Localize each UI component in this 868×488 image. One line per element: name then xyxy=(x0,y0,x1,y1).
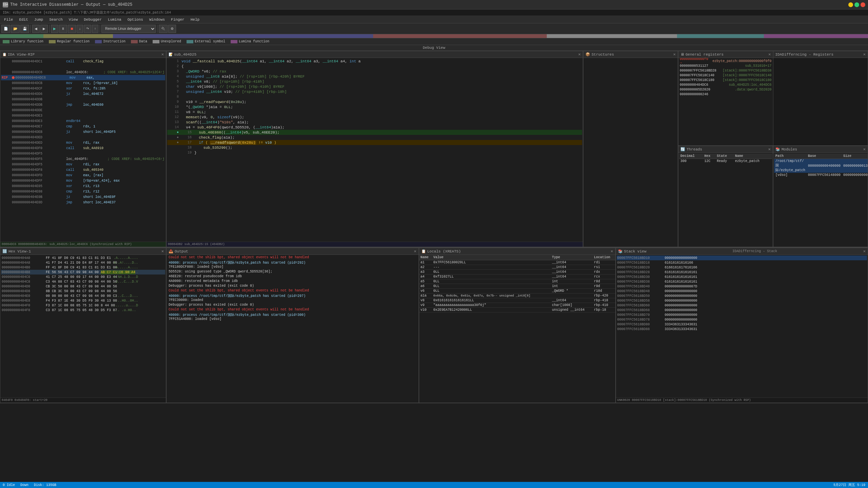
stack-row[interactable]: 00007FFC5618BD78 0000000000000000 xyxy=(617,317,867,322)
toolbar-settings[interactable]: ⚙ xyxy=(168,25,176,33)
stack-row[interactable]: 00007FFC5618BD18 61616161616166 xyxy=(617,260,867,265)
pseudo-line-5[interactable]: 5 __int64 v8; // [rsp+18h] [rbp-418h] xyxy=(167,79,582,84)
stack-content[interactable]: 00007FFC5618BD10 0000000000000000 00007F… xyxy=(616,255,868,398)
table-row[interactable]: 000000000404DF8 call sub_405340 xyxy=(1,167,165,172)
stack-row[interactable]: 00007FFC5618BD10 0000000000000000 xyxy=(617,256,867,260)
table-row[interactable]: 000000000404DE3 xyxy=(1,113,165,118)
local-row[interactable]: a6 0LL int r9d xyxy=(419,284,615,289)
table-row[interactable]: 000000000404DCF xor rcx, fs:28h xyxy=(1,86,165,91)
minimize-btn[interactable] xyxy=(848,2,853,7)
table-row[interactable]: 000000000404DC1 call check_flag xyxy=(1,59,165,64)
local-row[interactable]: v6 0LL _QWORD * r10d xyxy=(419,289,615,293)
menu-options[interactable]: Options xyxy=(125,17,146,22)
hex-row[interactable]: 000000000404C0 41 C7 25 48 00 69 17 44 0… xyxy=(1,274,165,279)
modules-content[interactable]: Path Base Size /root/tmp/ctf/国际/ezbyte_p… xyxy=(773,153,868,247)
menu-finger[interactable]: Finger xyxy=(168,17,187,22)
thread-row[interactable]: 300 12C Ready ezbyte_patch xyxy=(679,159,772,164)
stack-row[interactable]: 00007FFC5618BD28 6161616161616161 xyxy=(617,270,867,274)
table-row[interactable]: 000000000404E08 cmp r13, r12 xyxy=(1,189,165,194)
toolbar-step-out[interactable]: ↑ xyxy=(92,25,98,33)
local-row[interactable]: a1 0x7FFC56180020LL __int64 rdi xyxy=(419,260,615,265)
structures-close[interactable]: ✕ xyxy=(673,52,676,57)
reg-close[interactable]: ✕ xyxy=(768,52,771,57)
output-content[interactable]: Could not set the shlib bpt, shared obje… xyxy=(167,255,419,403)
stack-row[interactable]: 00007FFC5618BD80 3334363133343631 xyxy=(617,322,867,327)
stack-row[interactable]: 00007FFC5618BD20 6166161617616166 xyxy=(617,265,867,270)
toolbar-save[interactable]: 💾 xyxy=(20,25,29,33)
stack-row[interactable]: 00007FFC5618BD88 3334363133343631 xyxy=(617,327,867,331)
table-row[interactable]: 000000000404DFF mov [rbp+var_424], eax xyxy=(1,178,165,183)
table-row[interactable]: 000000000404DF0 call sub_4A6910 xyxy=(1,145,165,151)
local-row[interactable]: a5 0LL int r8d xyxy=(419,279,615,284)
toolbar-attach[interactable]: 🔌 xyxy=(159,25,168,33)
hex-row[interactable]: 000000000404F8 C3 87 1C 08 05 75 05 48 3… xyxy=(1,308,165,312)
local-row[interactable]: a3 0LL __int64 rdx xyxy=(419,270,615,274)
stack-row[interactable]: 00007FFC5618BD48 0000000000000000 xyxy=(617,289,867,293)
menu-debugger[interactable]: Debugger xyxy=(81,17,104,22)
pseudo-line-19[interactable]: 19 } xyxy=(167,150,582,155)
local-row[interactable]: a1a 0x66a, 0x6c0u, 0x61u, 0x67u, 0x7b-- … xyxy=(419,293,615,298)
locals-close[interactable]: ✕ xyxy=(611,249,613,254)
hex-row[interactable]: 000000000404F0 F3 87 1C 00 08 05 75 1C 0… xyxy=(1,303,165,308)
ida-view-close[interactable]: ✕ xyxy=(161,52,164,57)
table-row[interactable]: 000000000404DE7 cmp rdx, 1 xyxy=(1,124,165,129)
hex-content[interactable]: 000000000404A0 FF 41 8F D0 C9 41 83 C1 8… xyxy=(0,255,166,398)
hex-close[interactable]: ✕ xyxy=(161,249,164,254)
diff-reg-close[interactable]: ✕ xyxy=(863,52,866,57)
toolbar-back[interactable]: ◀ xyxy=(32,25,40,33)
table-row[interactable]: 000000000404DCB mov rcx, [rbp+var_18] xyxy=(1,80,165,86)
table-row[interactable]: 000000000404DE3 endbr64 xyxy=(1,118,165,124)
pseudo-close[interactable]: ✕ xyxy=(578,52,581,57)
table-row[interactable]: 000000000404DF5 loc_404DF5: ; CODE XREF:… xyxy=(1,156,165,162)
debugger-select[interactable]: Remote Linux debugger xyxy=(101,25,156,33)
hex-row[interactable]: 000000000404B8 FE 56 56 43 C7 09 98 44 0… xyxy=(1,270,165,274)
hex-row[interactable]: 000000000404C8 C3 4A 88 C7 03 43 C7 09 9… xyxy=(1,279,165,284)
registers-content[interactable]: 000000000000f0 → ezbyte_patch:0000000000… xyxy=(678,58,773,145)
toolbar-new[interactable]: 📄 xyxy=(1,25,10,33)
threads-close[interactable]: ✕ xyxy=(768,147,771,152)
stack-row[interactable]: 00007FFC5618BD40 000000000000007D xyxy=(617,284,867,289)
menu-search[interactable]: Search xyxy=(46,17,65,22)
table-row[interactable] xyxy=(1,64,165,69)
toolbar-run[interactable]: ▶ xyxy=(51,25,58,33)
local-row[interactable]: v10 0x2E9EA7B12420006LL unsigned __int64… xyxy=(419,308,615,312)
pseudo-line-16[interactable]: ● 16 check_flag(a1a); xyxy=(167,135,582,140)
stack-row[interactable]: 00007FFC5618BD38 6161616161616161 xyxy=(617,279,867,284)
stack-row[interactable]: 00007FFC5618BD30 6161616161616161 xyxy=(617,274,867,279)
toolbar-step-over[interactable]: ↷ xyxy=(84,25,91,33)
table-row[interactable]: 000000000404DED mov rdi, rax xyxy=(1,140,165,145)
hex-row[interactable]: 000000000404D8 8B CB 3C 50 00 43 C7 09 9… xyxy=(1,289,165,293)
menu-edit[interactable]: Edit xyxy=(16,17,31,22)
pseudo-line-7[interactable]: 7 unsigned __int64 v10; // [rsp+418h] [r… xyxy=(167,89,582,94)
table-row[interactable]: 000000000404DED xyxy=(1,135,165,140)
hex-row[interactable]: 000000000404E8 F4 F3 87 1E 48 30 D5 F9 3… xyxy=(1,298,165,303)
toolbar-step-into[interactable]: ↓ xyxy=(77,25,83,33)
pseudo-line-17[interactable]: ● 17 if ( __readfsqword(0x28u) != v10 ) xyxy=(167,140,582,145)
table-row[interactable]: 000000000404DC6 loc_404DC6: ; CODE XREF:… xyxy=(1,69,165,75)
pseudo-line-18[interactable]: 18 sub_535290(); xyxy=(167,145,582,150)
pseudo-line-13[interactable]: 13 scanf((__int64)"%10s", a1a); xyxy=(167,120,582,125)
table-row[interactable]: 000000000404DEB jz short loc_404DF5 xyxy=(1,129,165,135)
pseudo-line-8[interactable]: 8 xyxy=(167,94,582,99)
close-btn[interactable] xyxy=(861,2,865,7)
locals-content[interactable]: Name Value Type Location a1 0x7FFC561800… xyxy=(419,255,615,403)
pseudo-line-14[interactable]: 14 v4 = sub_46F4F0(qword_5D5520, (__int6… xyxy=(167,125,582,130)
menu-help[interactable]: Help xyxy=(188,17,202,22)
maximize-btn[interactable] xyxy=(854,2,859,7)
diff-registers-content[interactable] xyxy=(773,58,868,145)
hex-row[interactable]: 000000000404B0 FF 41 8F D0 C9 41 83 C1 8… xyxy=(1,265,165,270)
pseudo-line-10[interactable]: 10 *(_QWORD *)a1a = 0LL; xyxy=(167,104,582,109)
stack-row[interactable]: 00007FFC5618BD50 0000000000000000 xyxy=(617,293,867,298)
pseudo-line-1[interactable]: 1 void __fastcall sub_404D25(__int64 a1,… xyxy=(167,59,582,64)
menu-jump[interactable]: Jump xyxy=(32,17,46,22)
table-row[interactable]: 000000000404DD6 jz loc_404E72 xyxy=(1,91,165,97)
toolbar-forward[interactable]: ▶ xyxy=(40,25,48,33)
pseudo-line-2[interactable]: 2 { xyxy=(167,64,582,69)
module-row[interactable]: /root/tmp/ctf/国际/ezbyte_patch 0000000000… xyxy=(774,159,868,173)
menu-file[interactable]: File xyxy=(1,17,16,22)
table-row[interactable]: RIP 000000000404DC6 mov eax, xyxy=(1,75,165,80)
toolbar-open[interactable]: 📂 xyxy=(11,25,20,33)
local-row[interactable]: a2 --- __int64 rsi xyxy=(419,265,615,270)
table-row[interactable]: 000000000404DF5 mov rdi, rax xyxy=(1,162,165,167)
pseudo-line-15[interactable]: ● 15 sub_46E860((__int64)v5, sub_46EE20)… xyxy=(167,130,582,135)
